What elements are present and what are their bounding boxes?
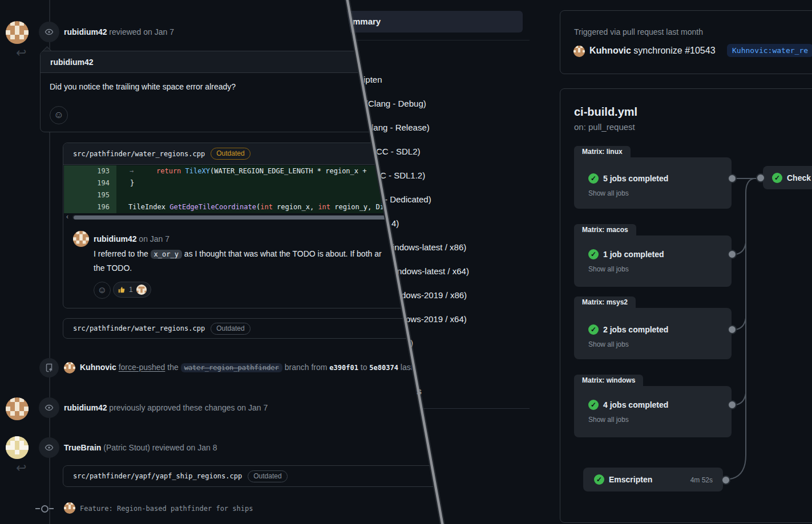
outdated-badge: Outdated — [211, 323, 250, 335]
job-name: Emscripten — [609, 474, 652, 485]
graph-dot — [728, 174, 737, 183]
eye-icon — [39, 437, 59, 458]
approved-event: rubidium42 previously approved these cha… — [64, 403, 268, 412]
graph-dot — [728, 250, 737, 259]
file-path-link[interactable]: src/pathfinder/water_regions.cpp — [73, 150, 205, 158]
show-all-jobs-link[interactable]: Show all jobs — [588, 340, 629, 348]
thumbs-up-reaction-pill[interactable]: 1 — [113, 282, 151, 298]
comment-body: Did you notice the trailing white space … — [50, 82, 236, 91]
job-duration: 4m 52s — [690, 476, 713, 484]
diff-line-number: 193 — [64, 165, 116, 177]
avatar[interactable] — [64, 362, 75, 373]
thumbs-up-icon — [118, 286, 126, 294]
graph-dot — [728, 400, 737, 409]
diff-code: } — [130, 177, 134, 189]
add-reaction-button[interactable]: ☺ — [94, 282, 111, 299]
avatar[interactable] — [73, 231, 89, 247]
review-author-link[interactable]: rubidium42 — [64, 27, 107, 36]
actor-link[interactable]: Kuhnovic — [80, 363, 116, 372]
reaction-count: 1 — [129, 286, 133, 294]
diff-line-number: 195 — [64, 189, 116, 201]
diff-code: TileIndex GetEdgeTileCoordinate(int regi… — [128, 201, 384, 213]
comment-author-link[interactable]: rubidium42 — [94, 234, 136, 243]
avatar[interactable] — [6, 21, 29, 44]
jobs-status: 5 jobs completed — [603, 173, 668, 184]
graph-dot — [721, 476, 730, 485]
scroll-left-icon[interactable]: ‹ — [66, 213, 68, 221]
review-event: TrueBrain (Patric Stout) reviewed on Jan… — [64, 443, 217, 452]
matrix-tab: Matrix: windows — [574, 375, 643, 387]
job-node-check[interactable]: ✓ Check An — [763, 166, 812, 189]
comment-author-link[interactable]: rubidium42 — [50, 58, 93, 67]
success-check-icon: ✓ — [594, 474, 604, 485]
matrix-tab: Matrix: msys2 — [574, 296, 636, 308]
matrix-card-msys2[interactable]: ✓ 2 jobs completed Show all jobs — [574, 308, 732, 359]
thread-comment-line1: I referred to the x_or_y as I thought th… — [94, 249, 382, 258]
review-author-link[interactable]: TrueBrain — [64, 443, 101, 452]
success-check-icon: ✓ — [588, 324, 599, 335]
success-check-icon: ✓ — [588, 400, 599, 410]
show-all-jobs-link[interactable]: Show all jobs — [588, 189, 629, 197]
diff-code: return TileXY(WATER_REGION_EDGE_LENGTH *… — [156, 165, 371, 177]
matrix-card-macos[interactable]: ✓ 1 job completed Show all jobs — [574, 235, 732, 287]
commit-icon — [35, 508, 40, 509]
success-check-icon: ✓ — [588, 249, 599, 259]
eye-icon — [39, 22, 59, 42]
avatar[interactable] — [64, 502, 75, 514]
force-pushed-link[interactable]: force-pushed — [119, 363, 165, 372]
graph-dot — [728, 325, 737, 334]
avatar[interactable] — [6, 436, 29, 459]
matrix-tab: Matrix: linux — [574, 146, 631, 158]
matrix-card-linux[interactable]: ✓ 5 jobs completed Show all jobs — [574, 157, 732, 209]
review-event: rubidium42 reviewed on Jan 7 — [64, 27, 174, 36]
reply-arrow-icon: ↩ — [16, 462, 26, 474]
success-check-icon: ✓ — [588, 173, 599, 184]
jobs-status: 2 jobs completed — [603, 324, 668, 335]
inline-code-chip: x_or_y — [151, 250, 182, 259]
reactor-avatar[interactable] — [136, 285, 147, 295]
whitespace-arrow: → — [130, 165, 134, 177]
thread-comment-header: rubidium42 on Jan 7 — [94, 234, 169, 243]
commit-message-link[interactable]: Feature: Region-based pathfinder for shi… — [80, 505, 253, 513]
jobs-status: 1 job completed — [603, 249, 664, 259]
matrix-tab: Matrix: macos — [574, 224, 636, 236]
commit-icon — [41, 505, 49, 513]
avatar[interactable] — [6, 397, 29, 420]
branch-chip: water_region_pathfinder — [181, 363, 282, 372]
job-node-emscripten[interactable]: ✓ Emscripten 4m 52s — [583, 468, 723, 491]
success-check-icon: ✓ — [772, 173, 782, 183]
eye-icon — [39, 397, 59, 418]
show-all-jobs-link[interactable]: Show all jobs — [588, 265, 629, 273]
file-path-link[interactable]: src/pathfinder/yapf/yapf_ship_regions.cp… — [73, 472, 242, 480]
commit-icon — [49, 508, 54, 509]
matrix-card-windows[interactable]: ✓ 4 jobs completed Show all jobs — [574, 386, 732, 437]
review-meta: reviewed on Jan 7 — [107, 27, 174, 36]
graph-dot — [756, 173, 765, 182]
diff-line-number: 196 — [64, 201, 116, 213]
reply-arrow-icon: ↩ — [16, 47, 26, 59]
comment-date: on Jan 7 — [136, 234, 169, 243]
thread-comment-line2: the TODO. — [94, 263, 132, 273]
screenshot-stage: rubidium42 reviewed on Jan 7 ↩ rubidium4… — [0, 0, 812, 524]
force-push-event: Kuhnovic force-pushed the water_region_p… — [80, 363, 413, 372]
jobs-status: 4 jobs completed — [603, 400, 668, 410]
review-author-link[interactable]: rubidium42 — [64, 403, 107, 412]
outdated-badge: Outdated — [211, 148, 250, 160]
commit-sha-link[interactable]: e390f01 — [329, 364, 358, 372]
commit-sha-link[interactable]: 5e80374 — [369, 364, 398, 372]
file-path-link[interactable]: src/pathfinder/water_regions.cpp — [73, 324, 205, 332]
show-all-jobs-link[interactable]: Show all jobs — [588, 416, 629, 424]
add-reaction-button[interactable]: ☺ — [50, 106, 68, 124]
force-push-icon — [39, 358, 59, 377]
job-name: Check An — [787, 173, 812, 183]
diff-line-number: 194 — [64, 177, 116, 189]
outdated-badge: Outdated — [248, 470, 287, 482]
